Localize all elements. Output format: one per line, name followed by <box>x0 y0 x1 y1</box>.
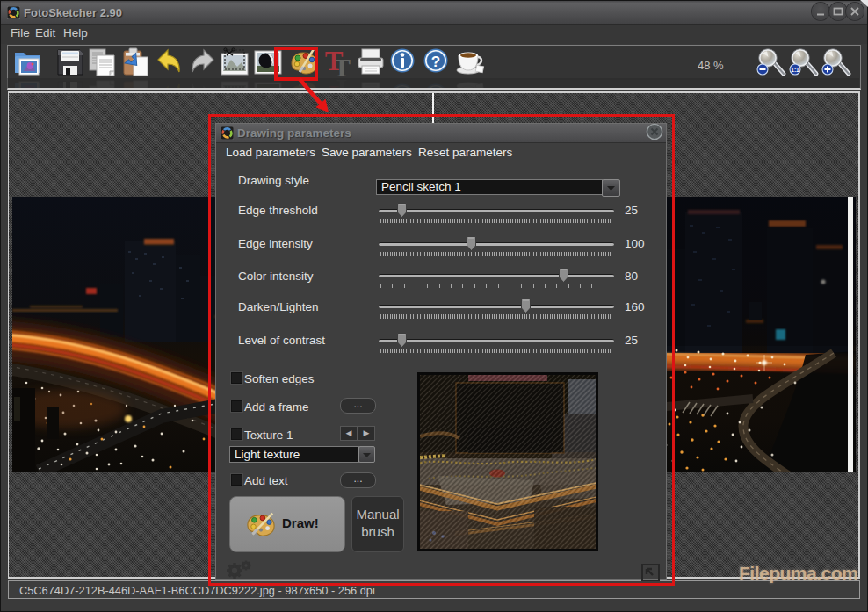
svg-text:1:1: 1:1 <box>791 67 799 73</box>
